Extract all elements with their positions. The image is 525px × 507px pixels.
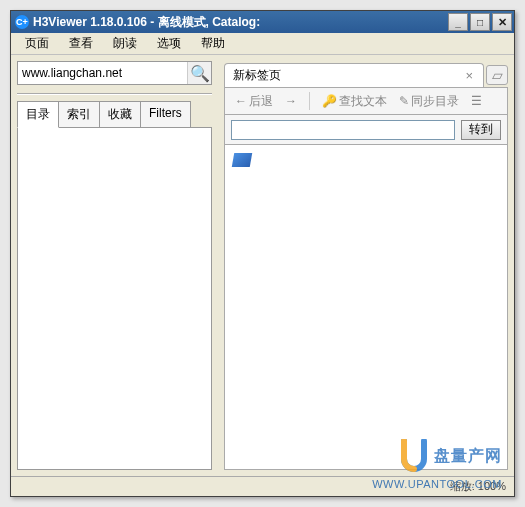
- sync-icon: ✎: [399, 94, 409, 108]
- tab-filters[interactable]: Filters: [140, 101, 191, 128]
- menu-page[interactable]: 页面: [15, 33, 59, 54]
- tab-contents[interactable]: 目录: [17, 101, 59, 128]
- menu-view[interactable]: 查看: [59, 33, 103, 54]
- window-controls: _ □ ✕: [448, 13, 514, 31]
- left-pane: 🔍 目录 索引 收藏 Filters: [17, 61, 212, 470]
- content-area: [224, 145, 508, 470]
- watermark: 盘量产网: [398, 438, 502, 474]
- separator: [309, 92, 310, 110]
- sync-button[interactable]: ✎ 同步目录: [395, 91, 463, 112]
- tab-close-icon[interactable]: ×: [463, 68, 475, 83]
- key-icon: 🔑: [322, 94, 337, 108]
- left-tabs: 目录 索引 收藏 Filters: [17, 101, 212, 128]
- menu-read[interactable]: 朗读: [103, 33, 147, 54]
- watermark-brand: 盘量产网: [434, 446, 502, 467]
- tab-favorites[interactable]: 收藏: [99, 101, 141, 128]
- close-button[interactable]: ✕: [492, 13, 512, 31]
- arrow-left-icon: ←: [235, 94, 247, 108]
- arrow-right-icon: →: [285, 94, 297, 108]
- find-button[interactable]: 🔑 查找文本: [318, 91, 391, 112]
- hamburger-icon: ☰: [471, 94, 482, 108]
- forward-button[interactable]: →: [281, 92, 301, 110]
- right-pane: 新标签页 × ▱ ← 后退 → 🔑 查找文本 ✎: [224, 61, 508, 470]
- app-icon: C+: [15, 15, 29, 29]
- search-button[interactable]: 🔍: [187, 62, 211, 84]
- browser-tab[interactable]: 新标签页 ×: [224, 63, 484, 87]
- app-window: C+ H3Viewer 1.18.0.106 - 离线模式, Catalog: …: [10, 10, 515, 497]
- menu-button[interactable]: ☰: [467, 92, 486, 110]
- back-button[interactable]: ← 后退: [231, 91, 277, 112]
- browser-tab-label: 新标签页: [233, 67, 463, 84]
- titlebar[interactable]: C+ H3Viewer 1.18.0.106 - 离线模式, Catalog: …: [11, 11, 514, 33]
- menu-options[interactable]: 选项: [147, 33, 191, 54]
- new-tab-button[interactable]: ▱: [486, 65, 508, 85]
- body-area: 🔍 目录 索引 收藏 Filters 新标签页 × ▱: [11, 55, 514, 476]
- address-input[interactable]: [231, 120, 455, 140]
- address-row: 转到: [224, 115, 508, 145]
- menu-help[interactable]: 帮助: [191, 33, 235, 54]
- search-row: 🔍: [17, 61, 212, 85]
- browser-tabs: 新标签页 × ▱: [224, 61, 508, 87]
- tab-index[interactable]: 索引: [58, 101, 100, 128]
- splitter[interactable]: [216, 61, 220, 470]
- left-tab-content: [17, 127, 212, 470]
- search-input[interactable]: [18, 62, 187, 84]
- go-button[interactable]: 转到: [461, 120, 501, 140]
- back-label: 后退: [249, 93, 273, 110]
- watermark-logo-icon: [398, 438, 430, 474]
- menubar: 页面 查看 朗读 选项 帮助: [11, 33, 514, 55]
- watermark-url: WWW.UPANTOOL.COM: [372, 478, 502, 490]
- divider: [17, 93, 212, 95]
- book-icon: [232, 153, 252, 167]
- search-icon: 🔍: [190, 64, 210, 83]
- minimize-button[interactable]: _: [448, 13, 468, 31]
- window-title: H3Viewer 1.18.0.106 - 离线模式, Catalog:: [33, 14, 448, 31]
- maximize-button[interactable]: □: [470, 13, 490, 31]
- browser-toolbar: ← 后退 → 🔑 查找文本 ✎ 同步目录 ☰: [224, 87, 508, 115]
- find-label: 查找文本: [339, 93, 387, 110]
- sync-label: 同步目录: [411, 93, 459, 110]
